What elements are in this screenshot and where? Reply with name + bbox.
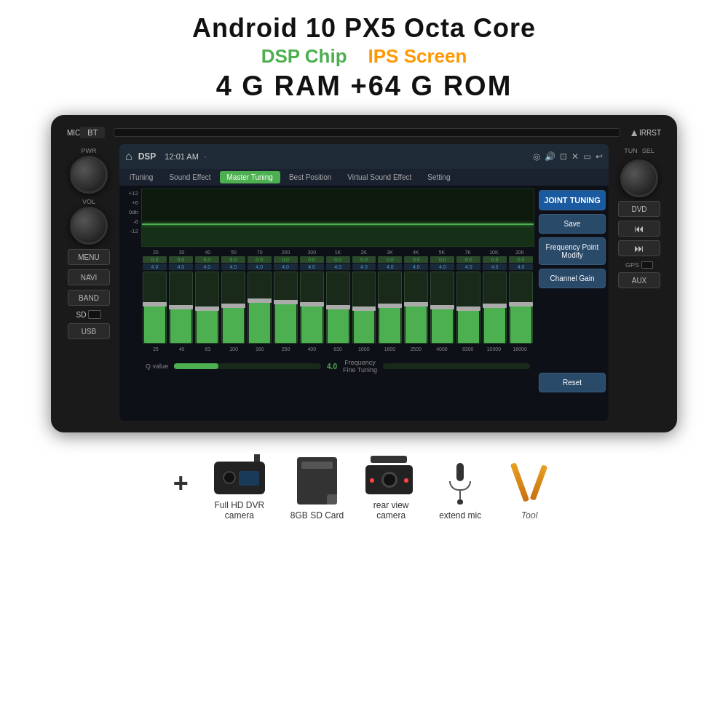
eq-graph-line — [142, 223, 534, 225]
eq-slider-track-3[interactable] — [221, 272, 245, 344]
joint-tuning-button[interactable]: JOINT TUNING — [539, 190, 606, 210]
eq-slider-handle-12[interactable] — [456, 306, 480, 311]
eq-channel-13[interactable]: 0.04.0 — [483, 256, 507, 344]
eq-slider-track-5[interactable] — [274, 272, 298, 344]
eq-value-top-10: 0.0 — [404, 256, 428, 263]
power-knob[interactable] — [70, 156, 108, 194]
eq-slider-handle-11[interactable] — [430, 305, 454, 309]
navi-button[interactable]: NAVI — [68, 269, 110, 285]
mic-wire — [449, 481, 471, 491]
freq-fine-slider[interactable] — [383, 363, 530, 369]
band-button[interactable]: BAND — [68, 290, 110, 306]
tab-master-tuning[interactable]: Master Tuning — [220, 171, 280, 183]
eq-channel-2[interactable]: 0.04.0 — [195, 256, 219, 344]
eq-channel-10[interactable]: 0.04.0 — [404, 256, 428, 344]
screen-dot: · — [205, 153, 207, 161]
eq-slider-track-1[interactable] — [169, 272, 193, 344]
eq-channel-0[interactable]: 0.04.0 — [143, 256, 167, 344]
freq-4k: 4K — [403, 250, 429, 255]
eq-channel-3[interactable]: 0.04.0 — [221, 256, 245, 344]
tool-label: Tool — [521, 510, 537, 521]
eq-slider-track-12[interactable] — [456, 272, 480, 344]
eq-value-top-4: 0.0 — [248, 256, 272, 263]
ir-label: IR — [639, 129, 646, 137]
bot-freq-25: 25 — [143, 347, 169, 352]
eq-channel-5[interactable]: 0.04.0 — [274, 256, 298, 344]
eq-slider-handle-5[interactable] — [274, 300, 298, 304]
eq-value-top-0: 0.0 — [143, 256, 167, 263]
eq-channel-14[interactable]: 0.04.0 — [509, 256, 533, 344]
eq-slider-handle-6[interactable] — [300, 302, 324, 306]
device-wrapper: MIC BT ▲ IR RST PWR VOL MENU NAVI BAND S… — [0, 115, 728, 432]
eq-slider-handle-10[interactable] — [404, 302, 428, 306]
tab-virtual-sound-effect[interactable]: Virtual Sound Effect — [340, 171, 419, 183]
prev-button[interactable]: ⏮ — [618, 221, 660, 237]
eq-slider-track-0[interactable] — [143, 272, 167, 344]
sd-slot[interactable] — [88, 310, 101, 319]
eq-channel-11[interactable]: 0.04.0 — [430, 256, 454, 344]
eq-slider-fill-12 — [458, 309, 479, 343]
eq-slider-track-6[interactable] — [300, 272, 324, 344]
eq-channel-4[interactable]: 0.04.0 — [248, 256, 272, 344]
eq-slider-handle-4[interactable] — [248, 298, 272, 303]
freq-fine-tuning-label: FrequencyFine Tuning — [343, 359, 377, 373]
eq-value-bot-3: 4.0 — [221, 264, 245, 270]
aux-button[interactable]: AUX — [618, 272, 660, 288]
eq-channel-7[interactable]: 0.04.0 — [326, 256, 350, 344]
menu-button[interactable]: MENU — [68, 249, 110, 265]
eq-slider-track-8[interactable] — [352, 272, 376, 344]
eq-slider-handle-7[interactable] — [326, 305, 350, 309]
dsp-tabs: iTuning Sound Effect Master Tuning Best … — [119, 169, 609, 186]
eq-channel-9[interactable]: 0.04.0 — [378, 256, 402, 344]
eq-area: +12 +6 0db -6 -12 — [119, 186, 609, 397]
tab-best-position[interactable]: Best Position — [282, 171, 339, 183]
eq-slider-track-13[interactable] — [483, 272, 507, 344]
eq-slider-handle-14[interactable] — [509, 302, 533, 306]
frequency-point-modify-button[interactable]: Frequency Point Modify — [539, 237, 606, 265]
eq-slider-track-2[interactable] — [195, 272, 219, 344]
dvd-button[interactable]: DVD — [618, 201, 660, 217]
eq-channel-1[interactable]: 0.04.0 — [169, 256, 193, 344]
tuning-knob[interactable] — [620, 159, 658, 197]
eq-slider-fill-3 — [223, 306, 244, 343]
eq-slider-handle-13[interactable] — [483, 304, 507, 308]
eq-slider-fill-1 — [170, 308, 191, 344]
eq-slider-track-7[interactable] — [326, 272, 350, 344]
eq-slider-handle-1[interactable] — [169, 305, 193, 309]
eq-slider-track-10[interactable] — [404, 272, 428, 344]
dvr-body — [214, 462, 265, 494]
eq-slider-track-9[interactable] — [378, 272, 402, 344]
save-button[interactable]: Save — [539, 214, 606, 234]
tab-ituning[interactable]: iTuning — [122, 171, 160, 183]
eject-button[interactable]: ▲ — [629, 127, 639, 138]
next-button[interactable]: ⏭ — [618, 240, 660, 256]
channel-gain-button[interactable]: Channel Gain — [539, 269, 606, 288]
eq-channel-8[interactable]: 0.04.0 — [352, 256, 376, 344]
reset-button[interactable]: Reset — [539, 373, 606, 392]
eq-freq-labels-top: 20 30 40 50 70 200 300 1K 2K 3K 4K 5K — [141, 250, 534, 255]
eq-slider-track-4[interactable] — [248, 272, 272, 344]
eq-slider-track-14[interactable] — [509, 272, 533, 344]
db-plus6: +6 — [121, 199, 138, 206]
eq-slider-track-11[interactable] — [430, 272, 454, 344]
eq-slider-handle-9[interactable] — [378, 304, 402, 308]
eq-slider-fill-10 — [405, 304, 427, 343]
q-value-slider[interactable] — [174, 363, 321, 369]
mic-body — [456, 463, 464, 481]
eq-slider-handle-8[interactable] — [352, 306, 376, 311]
gps-slot[interactable] — [641, 261, 653, 269]
eq-slider-handle-3[interactable] — [221, 304, 245, 308]
eq-slider-handle-0[interactable] — [143, 302, 167, 306]
volume-knob[interactable] — [70, 207, 108, 245]
eq-value-top-6: 0.0 — [300, 256, 324, 263]
freq-30: 30 — [169, 250, 195, 255]
eq-channel-12[interactable]: 0.04.0 — [456, 256, 480, 344]
freq-20: 20 — [143, 250, 169, 255]
eq-value-bot-10: 4.0 — [404, 264, 428, 270]
tab-setting[interactable]: Setting — [420, 171, 457, 183]
eq-channel-6[interactable]: 0.04.0 — [300, 256, 324, 344]
eq-slider-handle-2[interactable] — [195, 306, 219, 311]
usb-button[interactable]: USB — [68, 323, 110, 339]
home-icon[interactable]: ⌂ — [125, 150, 132, 163]
tab-sound-effect[interactable]: Sound Effect — [162, 171, 218, 183]
